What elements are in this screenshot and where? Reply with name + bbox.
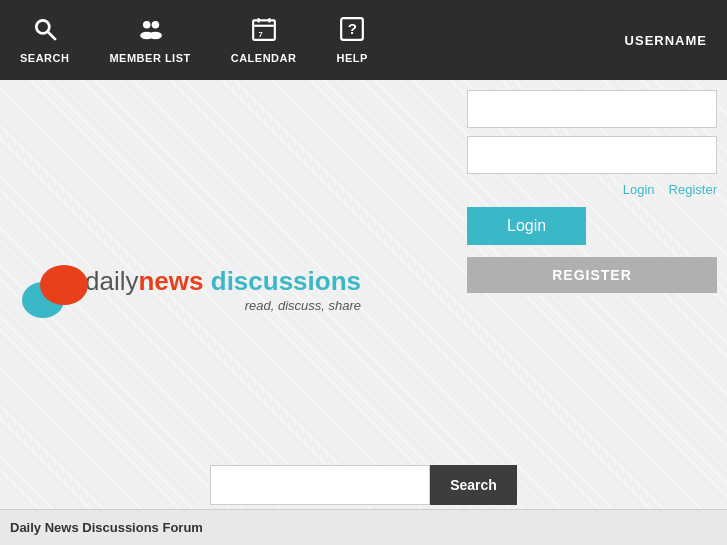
help-icon: ? xyxy=(339,16,365,48)
nav-item-calendar[interactable]: 7 CALENDAR xyxy=(221,11,307,69)
svg-rect-6 xyxy=(253,20,275,40)
register-link[interactable]: Register xyxy=(669,182,717,197)
logo-container: dailynews discussions read, discuss, sha… xyxy=(20,260,361,320)
footer-bar: Daily News Discussions Forum xyxy=(0,509,727,545)
username-display: USERNAME xyxy=(625,33,717,48)
footer-text: Daily News Discussions Forum xyxy=(10,520,203,535)
logo-discussions: discussions xyxy=(211,266,361,296)
register-button[interactable]: REGISTER xyxy=(467,257,717,293)
nav-item-help[interactable]: ? HELP xyxy=(326,11,377,69)
login-btn-row: Login xyxy=(467,207,717,245)
logo-text-block: dailynews discussions read, discuss, sha… xyxy=(85,268,361,313)
nav-item-search[interactable]: SEARCH xyxy=(10,11,79,69)
bottom-search-bar: Search xyxy=(0,465,727,505)
svg-point-2 xyxy=(143,21,151,29)
svg-point-0 xyxy=(36,20,49,33)
search-icon xyxy=(32,16,58,48)
register-btn-row: REGISTER xyxy=(467,257,717,293)
username-input[interactable] xyxy=(467,90,717,128)
memberlist-icon xyxy=(137,16,163,48)
navbar: SEARCH MEMBER LIST 7 CALENDAR xyxy=(0,0,727,80)
logo-tagline: read, discuss, share xyxy=(85,298,361,313)
nav-label-help: HELP xyxy=(336,52,367,64)
svg-point-3 xyxy=(152,21,160,29)
svg-text:7: 7 xyxy=(258,30,262,39)
logo-wordmark: dailynews discussions xyxy=(85,268,361,294)
nav-label-calendar: CALENDAR xyxy=(231,52,297,64)
calendar-icon: 7 xyxy=(251,16,277,48)
bubble-orange xyxy=(40,265,88,305)
nav-label-memberlist: MEMBER LIST xyxy=(109,52,190,64)
login-links-row: Login Register xyxy=(467,182,717,197)
login-link[interactable]: Login xyxy=(623,182,655,197)
svg-line-1 xyxy=(48,32,56,40)
nav-label-search: SEARCH xyxy=(20,52,69,64)
svg-text:?: ? xyxy=(348,20,357,37)
logo-daily: daily xyxy=(85,266,138,296)
login-panel: Login Register Login REGISTER xyxy=(457,80,727,303)
svg-point-5 xyxy=(149,32,162,40)
login-button[interactable]: Login xyxy=(467,207,586,245)
nav-item-memberlist[interactable]: MEMBER LIST xyxy=(99,11,200,69)
search-button[interactable]: Search xyxy=(430,465,517,505)
bottom-search-input[interactable] xyxy=(210,465,430,505)
password-input[interactable] xyxy=(467,136,717,174)
logo-bubble xyxy=(20,260,90,320)
logo-news: news xyxy=(138,266,203,296)
